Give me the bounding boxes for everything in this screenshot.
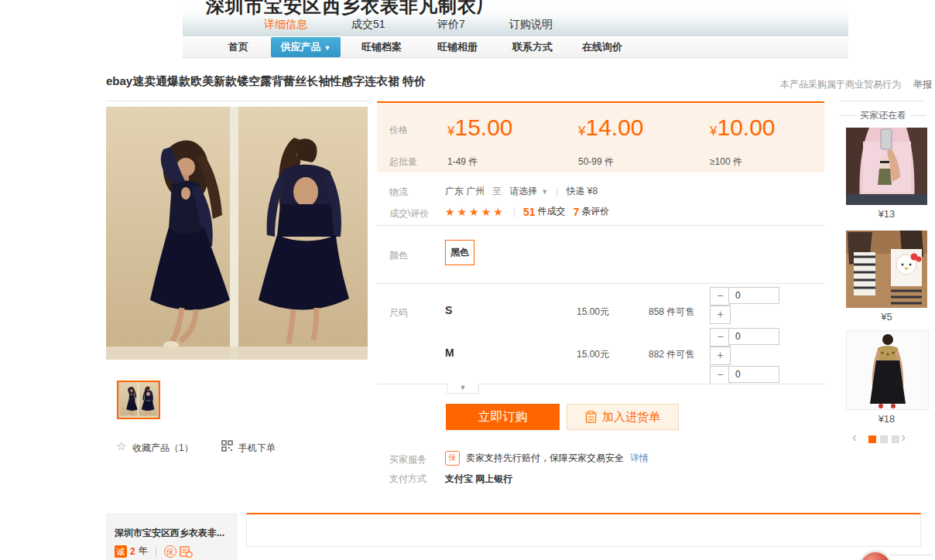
pagination-dot[interactable] bbox=[880, 435, 888, 443]
trade-notice: 本产品采购属于商业贸易行为 bbox=[780, 78, 901, 91]
separator: | bbox=[513, 207, 515, 217]
size-stock: 858 件可售 bbox=[649, 306, 694, 319]
buyer-service-label: 买家服务 bbox=[389, 453, 426, 466]
store-title: 深圳市宝安区西乡衣表非凡制衣厂 bbox=[206, 0, 496, 19]
qty-minus-button[interactable]: − bbox=[710, 366, 731, 384]
deals-row: ★★★★★ | 51件成交 7条评价 bbox=[445, 205, 609, 218]
logistics-row: 广东 广州 至 请选择▼ | 快递 ¥8 bbox=[445, 185, 598, 198]
product-image bbox=[106, 107, 368, 360]
favorite-product-button[interactable]: 收藏产品（1） bbox=[132, 442, 194, 455]
integrity-badge-icon: 诚 bbox=[115, 545, 127, 558]
recommend-item-price: ¥13 bbox=[846, 208, 927, 220]
recommend-item-image[interactable] bbox=[846, 330, 929, 410]
tab-detail-info[interactable]: 详细信息 bbox=[264, 18, 307, 32]
color-option-black[interactable]: 黑色 bbox=[445, 240, 474, 265]
customer-service-float-button[interactable] bbox=[858, 550, 892, 560]
qty-minus-button[interactable]: − bbox=[710, 287, 731, 306]
deal-count-link[interactable]: 51件成交 bbox=[523, 205, 566, 218]
product-title: ebay速卖通爆款欧美新款镂空露背蕾丝长袖性感字连衣裙 特价 bbox=[106, 74, 426, 89]
recommend-item-image[interactable] bbox=[846, 230, 927, 308]
guarantee-badge-icon: 保 bbox=[164, 545, 176, 558]
size-stock: 882 件可售 bbox=[649, 348, 694, 361]
divider bbox=[840, 101, 925, 101]
nav-item-album[interactable]: 旺铺相册 bbox=[437, 36, 478, 58]
order-now-button[interactable]: 立即订购 bbox=[446, 404, 560, 430]
report-link[interactable]: 举报 bbox=[913, 78, 932, 91]
pagination-prev-icon[interactable]: ‹ bbox=[852, 430, 857, 444]
expand-sizes-button[interactable]: ▼ bbox=[447, 384, 479, 394]
size-name: M bbox=[445, 347, 454, 359]
detail-link[interactable]: 详情 bbox=[630, 452, 649, 465]
divider bbox=[106, 101, 369, 101]
buyer-service-row: 保 卖家支持先行赔付，保障买家交易安全 详情 bbox=[445, 451, 649, 466]
store-card: 深圳市宝安区西乡衣表非... 诚 2 年 | 保 bbox=[106, 513, 238, 560]
tab-order-notes[interactable]: 订购说明 bbox=[509, 18, 553, 32]
qty-input[interactable] bbox=[728, 287, 779, 304]
nav-item-inquiry[interactable]: 在线询价 bbox=[582, 36, 622, 58]
chevron-down-icon: ▼ bbox=[541, 188, 548, 196]
clipboard-icon bbox=[585, 411, 597, 423]
chevron-down-icon: ▼ bbox=[324, 44, 331, 52]
dotted-divider bbox=[377, 283, 824, 284]
guarantee-text: 卖家支持先行赔付，保障买家交易安全 bbox=[466, 452, 624, 465]
qty-input[interactable] bbox=[728, 328, 779, 345]
price-value: 15.00 bbox=[454, 114, 512, 140]
qty-input[interactable] bbox=[728, 366, 779, 383]
moq-label: 起批量 bbox=[389, 155, 417, 169]
add-to-purchase-list-button[interactable]: 加入进货单 bbox=[567, 404, 679, 430]
nav-item-contact[interactable]: 联系方式 bbox=[512, 36, 553, 58]
divider bbox=[377, 225, 824, 226]
price-value: 10.00 bbox=[717, 114, 775, 140]
guarantee-badge-icon: 保 bbox=[445, 451, 460, 466]
review-count-suffix: 条评价 bbox=[581, 205, 609, 218]
tier-price: ¥15.00 bbox=[447, 114, 513, 141]
store-badges: 诚 2 年 | 保 bbox=[115, 545, 193, 558]
divider bbox=[840, 115, 855, 116]
rating-stars-icon: ★★★★★ bbox=[445, 206, 505, 218]
product-thumbnail[interactable] bbox=[117, 381, 160, 419]
store-navbar: 首页 供应产品▼ 旺铺档案 旺铺相册 联系方式 在线询价 bbox=[183, 36, 848, 58]
store-name-link[interactable]: 深圳市宝安区西乡衣表非... bbox=[115, 527, 231, 540]
size-label: 尺码 bbox=[389, 306, 408, 319]
deal-count: 51 bbox=[523, 206, 536, 218]
separator: | bbox=[155, 546, 157, 557]
tier-price: ¥10.00 bbox=[710, 114, 776, 141]
certificate-badge-icon bbox=[180, 545, 193, 558]
review-count-link[interactable]: 7条评价 bbox=[573, 205, 609, 218]
page-root: 深圳市宝安区西乡衣表非凡制衣厂 首页 供应产品▼ 旺铺档案 旺铺相册 联系方式 … bbox=[0, 0, 935, 560]
member-years-suffix: 年 bbox=[139, 545, 148, 558]
price-value: 14.00 bbox=[585, 114, 643, 140]
divider bbox=[890, 555, 933, 555]
mobile-order-button[interactable]: 手机下单 bbox=[238, 442, 276, 455]
tab-reviews[interactable]: 评价7 bbox=[437, 18, 465, 32]
tier-qty: 1-49 件 bbox=[447, 155, 478, 169]
divider bbox=[377, 384, 824, 384]
pagination-next-icon[interactable]: › bbox=[901, 430, 906, 444]
nav-item-home[interactable]: 首页 bbox=[228, 36, 248, 58]
destination-dropdown[interactable]: 请选择▼ bbox=[509, 185, 548, 198]
detail-tabbar bbox=[246, 513, 921, 547]
origin-text: 广东 广州 bbox=[445, 185, 485, 198]
member-years: 2 bbox=[130, 546, 135, 557]
tab-deals[interactable]: 成交51 bbox=[351, 18, 385, 32]
pagination-dot[interactable] bbox=[892, 435, 899, 443]
recommend-header: 买家还在看 bbox=[840, 109, 926, 122]
recommend-item-price: ¥5 bbox=[846, 311, 927, 323]
qty-plus-button[interactable]: + bbox=[710, 347, 731, 365]
trade-notice-row: 本产品采购属于商业贸易行为 举报 bbox=[780, 78, 932, 91]
nav-item-products-label: 供应产品 bbox=[281, 41, 321, 53]
recommend-item-image[interactable] bbox=[846, 128, 927, 205]
nav-item-products[interactable]: 供应产品▼ bbox=[271, 37, 341, 57]
qty-plus-button[interactable]: + bbox=[710, 306, 731, 324]
review-count: 7 bbox=[573, 206, 579, 218]
price-label: 价格 bbox=[389, 124, 408, 137]
tier-qty: ≥100 件 bbox=[710, 155, 742, 169]
star-outline-icon: ☆ bbox=[116, 439, 126, 453]
qty-minus-button[interactable]: − bbox=[710, 328, 731, 347]
tier-qty: 50-99 件 bbox=[578, 155, 614, 169]
logistics-label: 物流 bbox=[389, 186, 408, 199]
nav-item-archive[interactable]: 旺铺档案 bbox=[361, 36, 402, 58]
tier-price: ¥14.00 bbox=[578, 114, 644, 141]
add-to-purchase-list-label: 加入进货单 bbox=[602, 410, 660, 425]
pagination-dot-active[interactable] bbox=[868, 435, 876, 443]
